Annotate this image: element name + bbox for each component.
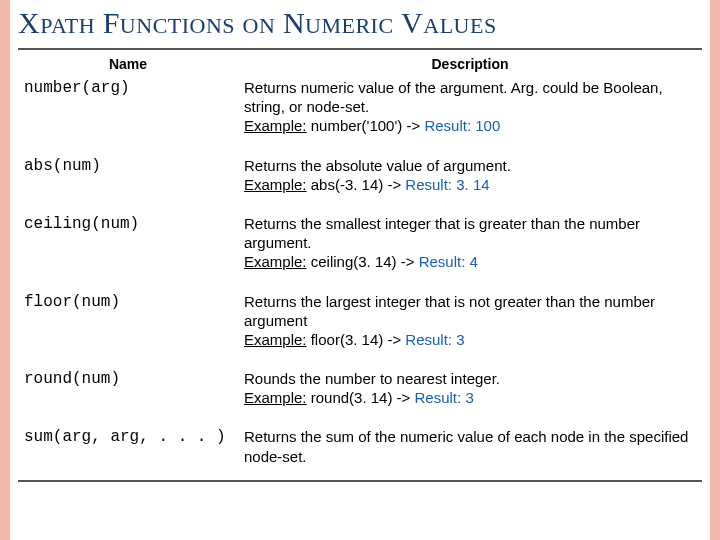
fn-desc-cell: Rounds the number to nearest integer. Ex… — [238, 369, 702, 427]
fn-desc-cell: Returns the smallest integer that is gre… — [238, 214, 702, 292]
fn-desc: Returns the absolute value of argument. — [244, 157, 511, 174]
title-part: ON — [243, 13, 276, 38]
example-label: Example: — [244, 253, 307, 270]
title-part: F — [103, 6, 120, 39]
result-value: 4 — [470, 253, 478, 270]
col-header-name: Name — [18, 52, 238, 78]
fn-name: number(arg) — [18, 78, 238, 156]
slide-content: XPATH FUNCTIONS ON NUMERIC VALUES Name D… — [0, 0, 720, 482]
result-value: 100 — [475, 117, 500, 134]
title-part: UMERIC — [305, 13, 394, 38]
example-input: number('100') -> — [311, 117, 421, 134]
fn-name: round(num) — [18, 369, 238, 427]
title-part: PATH — [40, 13, 95, 38]
table-row: ceiling(num) Returns the smallest intege… — [18, 214, 702, 292]
col-header-description: Description — [238, 52, 702, 78]
table-row: floor(num) Returns the largest integer t… — [18, 292, 702, 370]
result-value: 3. 14 — [456, 176, 489, 193]
left-accent-bar — [0, 0, 10, 540]
title-part: N — [283, 6, 305, 39]
page-title: XPATH FUNCTIONS ON NUMERIC VALUES — [18, 6, 702, 46]
table-row: round(num) Rounds the number to nearest … — [18, 369, 702, 427]
example-input: floor(3. 14) -> — [311, 331, 401, 348]
title-part: V — [401, 6, 423, 39]
result-label: Result: — [415, 389, 462, 406]
result-label: Result: — [424, 117, 471, 134]
example-label: Example: — [244, 176, 307, 193]
title-part: UNCTIONS — [120, 13, 235, 38]
result-value: 3 — [456, 331, 464, 348]
result-label: Result: — [419, 253, 466, 270]
fn-desc: Rounds the number to nearest integer. — [244, 370, 500, 387]
fn-name: sum(arg, arg, . . . ) — [18, 427, 238, 473]
example-input: abs(-3. 14) -> — [311, 176, 401, 193]
example-input: round(3. 14) -> — [311, 389, 411, 406]
title-part: X — [18, 6, 40, 39]
title-part: ALUES — [423, 13, 496, 38]
fn-desc-cell: Returns the largest integer that is not … — [238, 292, 702, 370]
example-label: Example: — [244, 331, 307, 348]
fn-desc: Returns the sum of the numeric value of … — [244, 428, 688, 464]
example-label: Example: — [244, 117, 307, 134]
table-row: sum(arg, arg, . . . ) Returns the sum of… — [18, 427, 702, 473]
fn-desc-cell: Returns numeric value of the argument. A… — [238, 78, 702, 156]
right-accent-bar — [710, 0, 720, 540]
fn-name: abs(num) — [18, 156, 238, 214]
result-label: Result: — [405, 331, 452, 348]
fn-desc-cell: Returns the sum of the numeric value of … — [238, 427, 702, 473]
fn-name: floor(num) — [18, 292, 238, 370]
fn-desc-cell: Returns the absolute value of argument. … — [238, 156, 702, 214]
fn-desc: Returns numeric value of the argument. A… — [244, 79, 663, 115]
result-label: Result: — [405, 176, 452, 193]
title-underline — [18, 48, 702, 50]
bottom-rule — [18, 480, 702, 482]
table-row: number(arg) Returns numeric value of the… — [18, 78, 702, 156]
fn-desc: Returns the largest integer that is not … — [244, 293, 655, 329]
fn-desc: Returns the smallest integer that is gre… — [244, 215, 640, 251]
example-label: Example: — [244, 389, 307, 406]
example-input: ceiling(3. 14) -> — [311, 253, 415, 270]
fn-name: ceiling(num) — [18, 214, 238, 292]
result-value: 3 — [465, 389, 473, 406]
table-header-row: Name Description — [18, 52, 702, 78]
functions-table: Name Description number(arg) Returns num… — [18, 52, 702, 474]
table-row: abs(num) Returns the absolute value of a… — [18, 156, 702, 214]
